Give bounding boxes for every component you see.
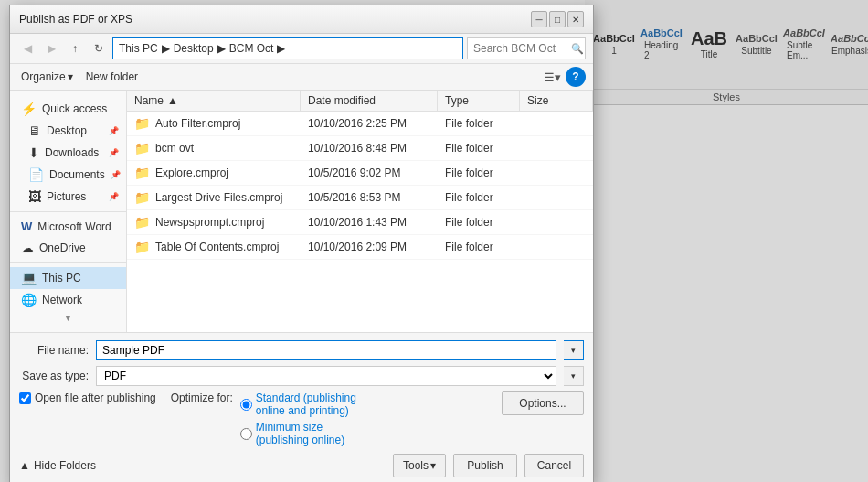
- table-row[interactable]: 📁 Table Of Contents.cmproj 10/10/2016 2:…: [127, 235, 593, 260]
- table-row[interactable]: 📁 bcm ovt 10/10/2016 8:48 PM File folder: [127, 136, 593, 161]
- dialog-title: Publish as PDF or XPS: [19, 13, 132, 26]
- minimum-radio-label[interactable]: Minimum size (publishing online): [240, 421, 356, 446]
- file-name: bcm ovt: [155, 142, 194, 155]
- pin-icon: 📌: [109, 126, 119, 135]
- help-button[interactable]: ?: [566, 67, 586, 87]
- publish-dialog: Publish as PDF or XPS ─ □ ✕ ◀ ▶ ↑ ↻ This…: [9, 5, 594, 482]
- file-list: Name ▲ Date modified Type Size 📁 Auto Fi…: [127, 91, 593, 332]
- sidebar-item-quick-access[interactable]: ⚡ Quick access: [10, 98, 126, 120]
- nav-toolbar: ◀ ▶ ↑ ↻ This PC ▶ Desktop ▶ BCM Oct ▶ 🔍: [10, 34, 593, 64]
- close-button[interactable]: ✕: [567, 11, 584, 27]
- folder-icon: 📁: [134, 240, 150, 254]
- tools-button[interactable]: Tools ▾: [393, 454, 446, 477]
- breadcrumb[interactable]: This PC ▶ Desktop ▶ BCM Oct ▶: [112, 37, 463, 59]
- open-after-input[interactable]: [19, 392, 31, 404]
- sidebar-scroll-down[interactable]: ▼: [10, 311, 126, 325]
- organize-button[interactable]: Organize ▾: [17, 67, 77, 87]
- breadcrumb-thispc[interactable]: This PC: [119, 42, 158, 55]
- cancel-button[interactable]: Cancel: [524, 454, 584, 477]
- column-type[interactable]: Type: [438, 91, 520, 111]
- breadcrumb-bcmoct[interactable]: BCM Oct: [229, 42, 274, 55]
- sidebar-item-label: Downloads: [45, 146, 99, 159]
- dialog-titlebar: Publish as PDF or XPS ─ □ ✕: [10, 5, 593, 34]
- sidebar-item-this-pc[interactable]: 💻 This PC: [10, 267, 126, 289]
- table-row[interactable]: 📁 Explore.cmproj 10/5/2016 9:02 PM File …: [127, 161, 593, 186]
- options-button[interactable]: Options...: [502, 391, 584, 415]
- desktop-icon: 🖥: [28, 123, 41, 138]
- minimum-label: Minimum size (publishing online): [256, 421, 344, 446]
- organize-label: Organize: [21, 70, 66, 83]
- open-after-checkbox[interactable]: Open file after publishing: [19, 391, 156, 404]
- forward-button[interactable]: ▶: [41, 38, 61, 59]
- hide-folders-icon: ▲: [19, 459, 30, 472]
- maximize-button[interactable]: □: [549, 11, 566, 27]
- breadcrumb-sep2: ▶: [217, 42, 226, 55]
- sidebar-item-documents[interactable]: 📄 Documents 📌: [10, 164, 126, 186]
- up-button[interactable]: ↑: [65, 38, 85, 59]
- column-date[interactable]: Date modified: [301, 91, 438, 111]
- file-date: 10/5/2016 9:02 PM: [301, 165, 438, 181]
- filename-row: File name: ▾: [19, 340, 584, 360]
- sidebar-item-microsoft-word[interactable]: W Microsoft Word: [10, 216, 126, 237]
- sidebar-item-desktop[interactable]: 🖥 Desktop 📌: [10, 120, 126, 142]
- saveas-label: Save as type:: [19, 370, 89, 382]
- optimize-section: Optimize for: Standard (publishing onlin…: [171, 391, 356, 446]
- view-button[interactable]: ☰ ▾: [542, 67, 562, 87]
- breadcrumb-desktop[interactable]: Desktop: [174, 42, 214, 55]
- file-size: [520, 245, 593, 249]
- minimize-button[interactable]: ─: [531, 11, 547, 27]
- tools-label: Tools: [403, 459, 429, 472]
- search-button[interactable]: 🔍: [571, 43, 584, 55]
- saveas-row: Save as type: PDF ▾: [19, 366, 584, 386]
- filename-input[interactable]: [96, 340, 556, 360]
- standard-radio-label[interactable]: Standard (publishing online and printing…: [240, 391, 356, 417]
- file-size: [520, 171, 593, 175]
- pin-icon: 📌: [109, 192, 119, 201]
- publish-button[interactable]: Publish: [453, 454, 517, 477]
- open-after-label: Open file after publishing: [35, 391, 156, 404]
- pictures-icon: 🖼: [28, 189, 41, 204]
- sidebar-item-label: This PC: [42, 272, 81, 284]
- table-row[interactable]: 📁 Newspsprompt.cmproj 10/10/2016 1:43 PM…: [127, 210, 593, 235]
- file-date: 10/10/2016 2:09 PM: [301, 239, 438, 255]
- file-name: Newspsprompt.cmproj: [155, 216, 264, 229]
- filename-label: File name:: [19, 344, 89, 357]
- sidebar-item-onedrive[interactable]: ☁ OneDrive: [10, 237, 126, 259]
- file-list-header: Name ▲ Date modified Type Size: [127, 91, 593, 112]
- sidebar-item-network[interactable]: 🌐 Network: [10, 289, 126, 311]
- back-button[interactable]: ◀: [17, 38, 37, 59]
- downloads-icon: ⬇: [28, 145, 39, 160]
- file-size: [520, 146, 593, 150]
- column-name[interactable]: Name ▲: [127, 91, 301, 111]
- sidebar-item-downloads[interactable]: ⬇ Downloads 📌: [10, 142, 126, 164]
- column-size[interactable]: Size: [520, 91, 593, 111]
- folder-icon: 📁: [134, 141, 150, 155]
- action-buttons: Tools ▾ Publish Cancel: [393, 454, 584, 477]
- sidebar-divider: [10, 211, 126, 212]
- minimum-radio[interactable]: [240, 428, 252, 440]
- standard-radio[interactable]: [240, 399, 252, 411]
- new-folder-button[interactable]: New folder: [82, 67, 142, 87]
- filename-dropdown[interactable]: ▾: [564, 340, 584, 360]
- refresh-button[interactable]: ↻: [89, 38, 109, 59]
- table-row[interactable]: 📁 Largest Drive Files.cmproj 10/5/2016 8…: [127, 186, 593, 210]
- hide-folders-button[interactable]: ▲ Hide Folders: [19, 459, 96, 472]
- hide-folders-label: Hide Folders: [34, 459, 96, 472]
- saveas-select[interactable]: PDF: [96, 366, 556, 386]
- sort-icon: ▲: [167, 94, 178, 107]
- file-type: File folder: [438, 189, 520, 206]
- folder-icon: 📁: [134, 116, 150, 131]
- saveas-dropdown[interactable]: ▾: [564, 366, 584, 386]
- table-row[interactable]: 📁 Auto Filter.cmproj 10/10/2016 2:25 PM …: [127, 112, 593, 136]
- search-input[interactable]: [467, 37, 586, 59]
- breadcrumb-sep3: ▶: [277, 42, 285, 55]
- tools-arrow-icon: ▾: [430, 459, 436, 472]
- file-name: Explore.cmproj: [155, 166, 228, 179]
- column-type-label: Type: [445, 94, 469, 107]
- breadcrumb-sep1: ▶: [162, 42, 170, 55]
- folder-icon: 📁: [134, 215, 150, 230]
- sidebar-item-pictures[interactable]: 🖼 Pictures 📌: [10, 186, 126, 208]
- pin-icon: 📌: [111, 170, 121, 179]
- sidebar-item-label: Network: [42, 294, 82, 306]
- file-size: [520, 220, 593, 224]
